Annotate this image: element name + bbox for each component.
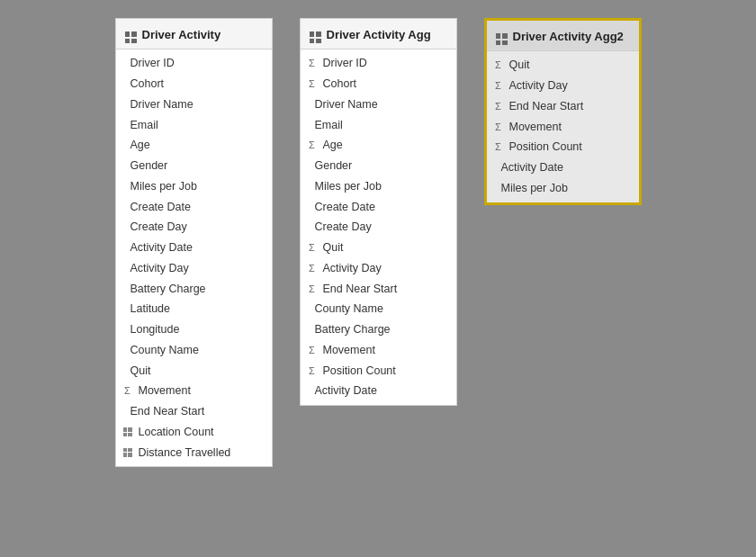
field-label: Activity Date (130, 239, 193, 256)
field-item: Miles per Job (116, 176, 272, 197)
field-item: Location Count (116, 422, 272, 443)
field-item: ΣDriver ID (301, 53, 456, 74)
field-item: Driver Name (301, 94, 456, 115)
field-item: ΣMovement (487, 117, 639, 138)
field-label: Movement (323, 342, 375, 359)
field-label: Movement (509, 119, 562, 136)
field-item: ΣQuit (487, 55, 639, 76)
table-header-driver-activity-agg: Driver Activity Agg (301, 19, 456, 49)
field-item: Driver ID (116, 53, 272, 74)
table-card-driver-activity: Driver ActivityDriver IDCohortDriver Nam… (115, 18, 273, 467)
field-label: Gender (130, 157, 168, 175)
field-label: Driver ID (323, 55, 367, 72)
field-item: ΣEnd Near Start (301, 279, 456, 300)
field-item: ΣPosition Count (487, 137, 639, 157)
field-label: Create Date (130, 199, 191, 216)
field-label: Quit (130, 363, 151, 380)
table-title: Driver Activity Agg2 (513, 30, 624, 43)
field-label: Position Count (509, 139, 582, 156)
table-header-driver-activity-agg2: Driver Activity Agg2 (487, 21, 639, 51)
field-item: ΣActivity Day (487, 76, 639, 96)
sigma-icon: Σ (306, 261, 319, 276)
field-label: Miles per Job (501, 180, 568, 197)
field-list: ΣDriver IDΣCohortDriver NameEmailΣAgeGen… (301, 49, 456, 405)
field-item: Activity Date (487, 157, 639, 178)
grid-field-icon (122, 448, 134, 457)
field-item: Battery Charge (116, 279, 272, 300)
sigma-icon: Σ (306, 343, 319, 358)
field-item: Driver Name (116, 94, 272, 115)
field-label: Gender (315, 157, 353, 175)
field-label: Distance Travelled (139, 445, 231, 462)
field-label: Battery Charge (130, 281, 206, 298)
field-label: Cohort (130, 76, 165, 93)
sigma-icon: Σ (492, 99, 505, 114)
field-item: End Near Start (116, 401, 272, 422)
grid-field-icon (122, 427, 134, 436)
field-label: Email (130, 117, 158, 134)
field-item: ΣQuit (301, 238, 456, 258)
field-item: Gender (301, 156, 456, 176)
field-label: Position Count (323, 363, 396, 380)
field-label: End Near Start (323, 281, 398, 298)
field-item: ΣMovement (301, 340, 456, 361)
sigma-icon: Σ (492, 58, 505, 73)
field-label: End Near Start (130, 403, 205, 420)
field-label: Age (323, 137, 343, 154)
field-item: Miles per Job (487, 178, 639, 199)
field-item: Activity Date (116, 238, 272, 258)
field-item: Create Day (301, 217, 456, 238)
sigma-icon: Σ (306, 76, 319, 92)
field-label: Activity Day (323, 260, 382, 277)
field-item: Quit (116, 361, 272, 382)
field-label: Email (315, 117, 343, 134)
field-item: ΣMovement (116, 381, 272, 401)
sigma-icon: Σ (492, 120, 505, 135)
field-item: ΣAge (301, 135, 456, 156)
field-label: Create Day (315, 219, 372, 236)
field-item: Gender (116, 156, 272, 176)
field-label: Miles per Job (130, 178, 197, 195)
canvas: Driver ActivityDriver IDCohortDriver Nam… (0, 0, 756, 557)
table-card-driver-activity-agg: Driver Activity AggΣDriver IDΣCohortDriv… (300, 18, 457, 406)
field-item: Cohort (116, 74, 272, 94)
field-item: Email (301, 115, 456, 136)
field-label: Age (130, 137, 150, 154)
sigma-icon: Σ (306, 240, 319, 256)
sigma-icon: Σ (492, 139, 505, 155)
field-label: Quit (509, 57, 530, 74)
field-label: Driver Name (315, 96, 378, 113)
field-item: Age (116, 135, 272, 156)
sigma-icon: Σ (306, 138, 319, 153)
field-item: ΣCohort (301, 74, 456, 94)
field-label: County Name (315, 301, 383, 318)
field-item: Create Date (116, 197, 272, 218)
field-item: Miles per Job (301, 176, 456, 197)
field-label: Longitude (130, 321, 180, 338)
field-item: ΣEnd Near Start (487, 96, 639, 117)
field-item: Create Date (301, 197, 456, 218)
field-label: Location Count (139, 424, 214, 441)
field-label: Miles per Job (315, 178, 382, 195)
field-item: County Name (116, 340, 272, 361)
field-list: ΣQuitΣActivity DayΣEnd Near StartΣMoveme… (487, 51, 639, 202)
field-label: Cohort (323, 76, 357, 93)
field-item: Email (116, 115, 272, 136)
table-grid-icon (496, 28, 508, 45)
field-item: ΣActivity Day (301, 258, 456, 279)
field-label: County Name (130, 342, 199, 359)
table-title: Driver Activity Agg (327, 28, 431, 41)
field-item: ΣPosition Count (301, 361, 456, 382)
table-card-driver-activity-agg2: Driver Activity Agg2ΣQuitΣActivity DayΣE… (484, 18, 642, 205)
field-item: Activity Date (301, 381, 456, 401)
field-label: End Near Start (509, 98, 584, 115)
sigma-icon: Σ (306, 282, 319, 297)
field-label: Driver ID (130, 55, 175, 72)
field-label: Latitude (130, 301, 170, 318)
field-item: Activity Day (116, 258, 272, 279)
sigma-icon: Σ (122, 383, 134, 399)
field-label: Quit (323, 239, 344, 256)
sigma-icon: Σ (492, 78, 505, 94)
field-label: Activity Day (130, 260, 189, 277)
field-item: County Name (301, 299, 456, 319)
